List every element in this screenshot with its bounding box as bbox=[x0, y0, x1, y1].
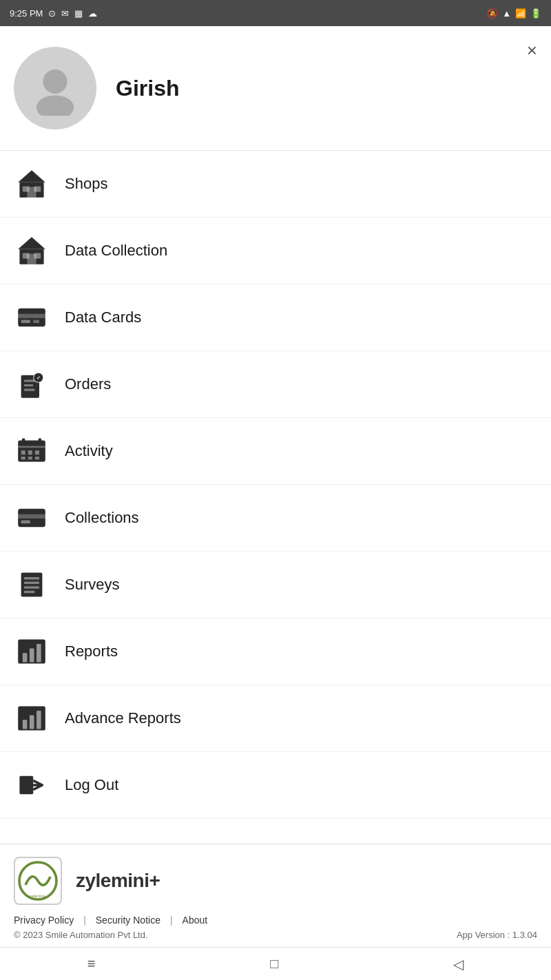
svg-text:✓: ✓ bbox=[37, 375, 41, 380]
reports-label: Reports bbox=[65, 643, 118, 660]
reports-icon bbox=[14, 634, 50, 669]
sidebar-item-collections[interactable]: Collections bbox=[0, 485, 551, 552]
surveys-label: Surveys bbox=[65, 576, 119, 594]
time-display: 9:25 PM bbox=[10, 8, 43, 19]
datacollection-icon bbox=[14, 233, 50, 269]
signal-icon: ▲ bbox=[502, 8, 511, 19]
footer: zylemini+ zylemini+ Privacy Policy | Sec… bbox=[0, 844, 551, 947]
svg-text:zylemini+: zylemini+ bbox=[29, 894, 47, 898]
footer-bottom: © 2023 Smile Automation Pvt Ltd. App Ver… bbox=[14, 930, 537, 940]
svg-rect-14 bbox=[21, 320, 30, 323]
svg-rect-24 bbox=[39, 439, 41, 445]
activity-icon bbox=[14, 433, 50, 469]
svg-rect-15 bbox=[33, 320, 39, 323]
orders-label: Orders bbox=[65, 375, 111, 393]
svg-rect-41 bbox=[23, 653, 28, 662]
sidebar-item-data-collection[interactable]: Data Collection bbox=[0, 218, 551, 284]
svg-marker-3 bbox=[18, 170, 45, 183]
svg-rect-31 bbox=[35, 457, 39, 459]
security-notice-link[interactable]: Security Notice bbox=[96, 915, 160, 926]
svg-rect-37 bbox=[24, 582, 39, 585]
close-button[interactable]: × bbox=[527, 40, 537, 61]
sidebar-item-activity[interactable]: Activity bbox=[0, 418, 551, 485]
sidebar-item-logout[interactable]: Log Out bbox=[0, 752, 551, 819]
sidebar-item-surveys[interactable]: Surveys bbox=[0, 552, 551, 618]
footer-logo: zylemini+ bbox=[14, 857, 62, 905]
collections-label: Collections bbox=[65, 509, 139, 527]
svg-rect-45 bbox=[23, 720, 28, 729]
menu-list: Shops Data Collection bbox=[0, 151, 551, 844]
svg-rect-28 bbox=[35, 450, 39, 455]
svg-rect-47 bbox=[37, 711, 41, 729]
status-bar-right: 🔕 ▲ 📶 🔋 bbox=[487, 8, 541, 19]
svg-rect-46 bbox=[30, 716, 34, 729]
sidebar-item-data-cards[interactable]: Data Cards bbox=[0, 284, 551, 351]
svg-rect-10 bbox=[23, 253, 30, 259]
privacy-policy-link[interactable]: Privacy Policy bbox=[14, 915, 74, 926]
svg-rect-42 bbox=[30, 649, 34, 663]
svg-rect-27 bbox=[28, 450, 32, 455]
svg-rect-39 bbox=[24, 591, 34, 594]
svg-rect-43 bbox=[37, 644, 41, 662]
battery-icon: 🔋 bbox=[530, 8, 541, 19]
svg-rect-34 bbox=[21, 521, 30, 523]
advance-reports-label: Advance Reports bbox=[65, 709, 181, 727]
shops-label: Shops bbox=[65, 175, 107, 193]
svg-rect-29 bbox=[21, 457, 25, 459]
advancereports-icon bbox=[14, 700, 50, 736]
shop-icon bbox=[14, 166, 50, 202]
svg-rect-38 bbox=[24, 586, 39, 589]
app-version-text: App Version : 1.3.04 bbox=[457, 930, 537, 940]
logout-icon bbox=[14, 767, 50, 803]
wifi-icon: 📶 bbox=[515, 8, 526, 19]
vibrate-icon: ▦ bbox=[74, 8, 83, 19]
sidebar-item-reports[interactable]: Reports bbox=[0, 618, 551, 685]
mail-icon: ✉ bbox=[61, 8, 69, 19]
bottom-nav: ≡ □ ◁ bbox=[0, 947, 551, 980]
status-bar: 9:25 PM ⊙ ✉ ▦ ☁ 🔕 ▲ 📶 🔋 bbox=[0, 0, 551, 26]
data-collection-label: Data Collection bbox=[65, 242, 167, 260]
user-header: Girish × bbox=[0, 26, 551, 151]
circle-icon: ⊙ bbox=[48, 8, 56, 19]
divider2: | bbox=[170, 915, 173, 926]
svg-point-1 bbox=[37, 95, 74, 116]
about-link[interactable]: About bbox=[183, 915, 208, 926]
svg-point-0 bbox=[43, 70, 67, 94]
sidebar-item-advance-reports[interactable]: Advance Reports bbox=[0, 685, 551, 752]
surveys-icon bbox=[14, 567, 50, 603]
activity-label: Activity bbox=[65, 442, 113, 460]
svg-rect-23 bbox=[22, 439, 25, 445]
sidebar-item-orders[interactable]: ✓ Orders bbox=[0, 351, 551, 418]
svg-rect-25 bbox=[18, 446, 45, 448]
menu-nav-button[interactable]: ≡ bbox=[74, 950, 110, 977]
sidebar-item-shops[interactable]: Shops bbox=[0, 151, 551, 218]
data-cards-label: Data Cards bbox=[65, 309, 141, 326]
home-nav-button[interactable]: □ bbox=[256, 950, 292, 977]
cloud-icon: ☁ bbox=[88, 8, 97, 19]
svg-marker-8 bbox=[18, 237, 45, 249]
svg-rect-13 bbox=[18, 314, 45, 318]
user-name: Girish bbox=[116, 76, 179, 101]
svg-rect-30 bbox=[28, 457, 32, 459]
status-bar-left: 9:25 PM ⊙ ✉ ▦ ☁ bbox=[10, 8, 97, 19]
svg-rect-26 bbox=[21, 450, 25, 455]
orders-icon: ✓ bbox=[14, 366, 50, 402]
footer-brand-name: zylemini+ bbox=[76, 870, 160, 892]
avatar bbox=[14, 47, 96, 129]
divider1: | bbox=[83, 915, 86, 926]
datacard-icon bbox=[14, 300, 50, 335]
main-content: Girish × Shops bbox=[0, 26, 551, 947]
copyright-text: © 2023 Smile Automation Pvt Ltd. bbox=[14, 930, 148, 940]
svg-rect-5 bbox=[23, 187, 30, 192]
svg-rect-19 bbox=[24, 389, 34, 391]
back-nav-button[interactable]: ◁ bbox=[439, 950, 477, 978]
mute-icon: 🔕 bbox=[487, 8, 498, 19]
svg-rect-35 bbox=[21, 572, 43, 596]
footer-brand: zylemini+ zylemini+ bbox=[14, 857, 537, 905]
svg-rect-33 bbox=[18, 514, 45, 519]
svg-rect-18 bbox=[24, 384, 33, 386]
svg-rect-36 bbox=[24, 577, 39, 580]
logout-label: Log Out bbox=[65, 776, 118, 794]
footer-links: Privacy Policy | Security Notice | About bbox=[14, 915, 537, 926]
svg-rect-6 bbox=[34, 187, 41, 192]
